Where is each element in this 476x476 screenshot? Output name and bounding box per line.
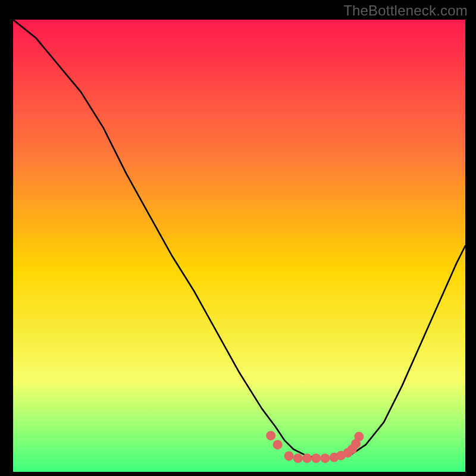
marker-dot — [293, 453, 303, 463]
marker-dot — [311, 453, 321, 463]
gradient-background — [13, 20, 465, 472]
marker-dot — [320, 453, 330, 463]
marker-dot — [273, 440, 283, 449]
marker-dot — [302, 453, 312, 463]
watermark-text: TheBottleneck.com — [343, 2, 468, 19]
marker-dot — [284, 451, 294, 461]
marker-dot — [354, 432, 364, 441]
marker-dot — [266, 431, 275, 440]
chart-container: TheBottleneck.com — [0, 0, 476, 476]
chart-svg — [13, 20, 465, 472]
plot-frame — [13, 20, 465, 472]
